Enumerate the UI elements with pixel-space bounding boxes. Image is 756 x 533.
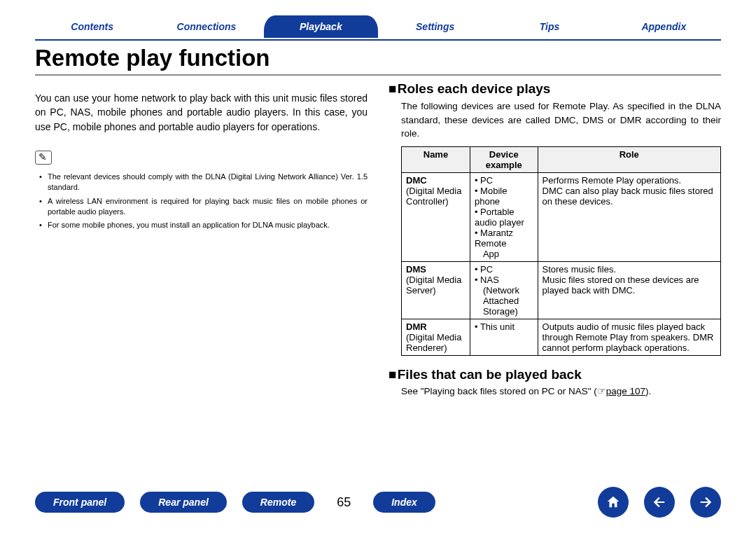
- tab-connections[interactable]: Connections: [149, 15, 263, 38]
- th-device: Device example: [470, 146, 538, 172]
- th-role: Role: [538, 146, 720, 172]
- next-button[interactable]: [690, 487, 721, 518]
- note-item: For some mobile phones, you must install…: [48, 220, 368, 230]
- tab-appendix[interactable]: Appendix: [607, 15, 721, 38]
- section-files-text: See "Playing back files stored on PC or …: [401, 385, 721, 396]
- table-row: DMR(Digital Media Renderer)This unitOutp…: [402, 319, 721, 355]
- section-files-heading: Files that can be played back: [388, 367, 721, 382]
- top-nav: Contents Connections Playback Settings T…: [35, 14, 721, 41]
- page-title: Remote play function: [35, 45, 721, 76]
- note-item: The relevant devices should comply with …: [48, 172, 368, 193]
- cell-device: PCMobile phonePortable audio playerMaran…: [470, 172, 538, 261]
- files-text-b: ).: [645, 386, 651, 396]
- arrow-left-icon: [652, 494, 667, 510]
- prev-button[interactable]: [644, 487, 675, 518]
- tab-contents[interactable]: Contents: [35, 15, 149, 38]
- page-number: 65: [337, 495, 351, 510]
- cell-device: PCNAS (Network Attached Storage): [470, 261, 538, 319]
- bottom-nav: Front panel Rear panel Remote 65 Index: [0, 487, 756, 518]
- cell-name: DMC(Digital Media Controller): [402, 172, 470, 261]
- btn-rear-panel[interactable]: Rear panel: [140, 492, 227, 513]
- btn-index[interactable]: Index: [373, 492, 435, 513]
- cell-role: Stores music files.Music files stored on…: [538, 261, 720, 319]
- cell-role: Outputs audio of music files played back…: [538, 319, 720, 355]
- th-name: Name: [402, 146, 470, 172]
- files-text-a: See "Playing back files stored on PC or …: [401, 386, 606, 396]
- note-icon: [35, 151, 52, 165]
- tab-settings[interactable]: Settings: [378, 15, 492, 38]
- cell-device: This unit: [470, 319, 538, 355]
- section-roles-sub: The following devices are used for Remot…: [401, 99, 721, 141]
- tab-playback[interactable]: Playback: [264, 15, 378, 38]
- section-roles-heading: Roles each device plays: [388, 81, 721, 97]
- home-icon: [606, 494, 621, 510]
- btn-front-panel[interactable]: Front panel: [35, 492, 125, 513]
- intro-text: You can use your home network to play ba…: [35, 91, 368, 134]
- roles-table: Name Device example Role DMC(Digital Med…: [401, 146, 721, 356]
- cell-role: Performs Remote Play operations.DMC can …: [538, 172, 720, 261]
- tab-tips[interactable]: Tips: [492, 15, 606, 38]
- table-row: DMS(Digital Media Server)PCNAS (Network …: [402, 261, 721, 319]
- notes-list: The relevant devices should comply with …: [35, 172, 368, 231]
- cell-name: DMR(Digital Media Renderer): [402, 319, 470, 355]
- btn-remote[interactable]: Remote: [242, 492, 314, 513]
- arrow-right-icon: [698, 494, 713, 510]
- note-item: A wireless LAN environment is required f…: [48, 196, 368, 218]
- cell-name: DMS(Digital Media Server): [402, 261, 470, 319]
- table-row: DMC(Digital Media Controller)PCMobile ph…: [402, 172, 721, 261]
- home-button[interactable]: [598, 487, 629, 518]
- page-link[interactable]: page 107: [606, 386, 645, 396]
